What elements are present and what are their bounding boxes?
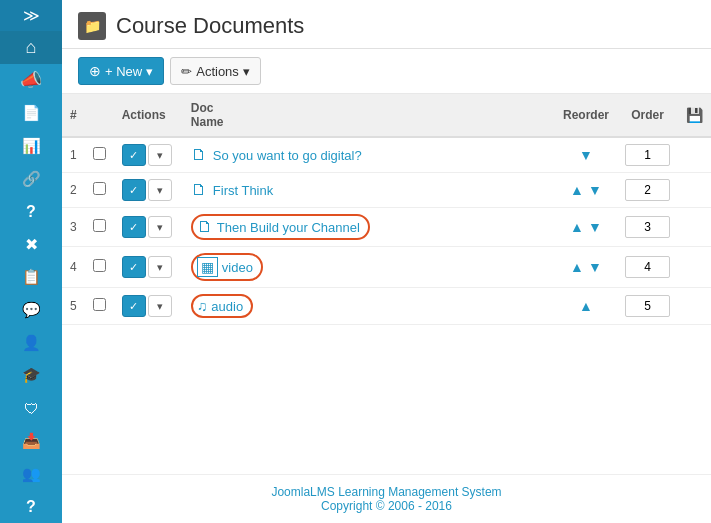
reorder-down-btn[interactable]: ▼ [586, 180, 604, 200]
doc-name-highlighted[interactable]: 🗋 Then Build your Channel [191, 214, 370, 240]
reorder-down-btn[interactable]: ▼ [577, 145, 595, 165]
action-check-btn[interactable]: ✓ [122, 216, 146, 238]
action-down-btn[interactable]: ▾ [148, 216, 172, 238]
sidebar-item-graduation[interactable]: 🎓 [0, 359, 62, 392]
action-down-btn[interactable]: ▾ [148, 144, 172, 166]
row-checkbox[interactable] [93, 259, 106, 272]
action-group: ✓ ▾ [122, 179, 175, 201]
reorder-up-btn[interactable]: ▲ [568, 217, 586, 237]
home-icon: ⌂ [26, 37, 37, 58]
plus-icon: ⊕ [89, 63, 101, 79]
doc-link[interactable]: First Think [213, 183, 273, 198]
row-actions-cell: ✓ ▾ [114, 288, 183, 325]
order-input[interactable] [625, 179, 670, 201]
reorder-down-btn[interactable]: ▼ [586, 257, 604, 277]
clipboard-icon: 📋 [22, 268, 41, 286]
action-group: ✓ ▾ [122, 144, 175, 166]
save-cell [678, 137, 711, 173]
footer-line1: JoomlaLMS Learning Management System [72, 485, 701, 499]
row-checkbox[interactable] [93, 298, 106, 311]
documents-table: # Actions Doc Name Reorder Order 💾 1 ✓ ▾ [62, 94, 711, 325]
order-cell [617, 208, 678, 247]
user-icon: 👤 [22, 334, 41, 352]
sidebar-item-chat[interactable]: 💬 [0, 293, 62, 326]
row-checkbox-cell [85, 173, 114, 208]
table-row: 1 ✓ ▾ 🗋 So you want to go digital? ▼ [62, 137, 711, 173]
sidebar-item-shield[interactable]: 🛡 [0, 392, 62, 425]
sidebar-item-documents[interactable]: 📄 [0, 97, 62, 130]
users-icon: 👥 [22, 465, 41, 483]
order-input[interactable] [625, 216, 670, 238]
col-num-header: # [62, 94, 85, 137]
save-cell [678, 247, 711, 288]
action-group: ✓ ▾ [122, 256, 175, 278]
inbox-icon: 📥 [22, 432, 41, 450]
doc-name-cell: ▦ video [183, 247, 555, 288]
action-down-btn[interactable]: ▾ [148, 256, 172, 278]
sidebar-item-charts[interactable]: 📊 [0, 130, 62, 163]
row-num: 2 [62, 173, 85, 208]
row-checkbox[interactable] [93, 182, 106, 195]
action-check-btn[interactable]: ✓ [122, 256, 146, 278]
row-checkbox-cell [85, 288, 114, 325]
sidebar-item-home[interactable]: ⌂ [0, 31, 62, 64]
megaphone-icon: 📣 [20, 69, 42, 91]
sidebar-item-announcements[interactable]: 📣 [0, 64, 62, 97]
sidebar-item-profile[interactable]: 👤 [0, 326, 62, 359]
reorder-cell: ▲ [555, 288, 617, 325]
action-check-btn[interactable]: ✓ [122, 144, 146, 166]
doc-name-cell: 🗋 Then Build your Channel [183, 208, 555, 247]
action-check-btn[interactable]: ✓ [122, 179, 146, 201]
new-button[interactable]: ⊕ + New ▾ [78, 57, 164, 85]
reorder-cell: ▼ [555, 137, 617, 173]
actions-dropdown-icon: ▾ [243, 64, 250, 79]
action-down-btn[interactable]: ▾ [148, 179, 172, 201]
page-header: 📁 Course Documents [62, 0, 711, 49]
table-row: 2 ✓ ▾ 🗋 First Think ▲▼ [62, 173, 711, 208]
action-check-btn[interactable]: ✓ [122, 295, 146, 317]
row-actions-cell: ✓ ▾ [114, 247, 183, 288]
sidebar-item-inbox[interactable]: 📥 [0, 425, 62, 458]
order-input[interactable] [625, 256, 670, 278]
page-title: Course Documents [116, 13, 304, 39]
reorder-up-btn[interactable]: ▲ [568, 257, 586, 277]
action-down-btn[interactable]: ▾ [148, 295, 172, 317]
doc-link[interactable]: Then Build your Channel [217, 220, 360, 235]
sidebar-item-notes[interactable]: 📋 [0, 261, 62, 294]
question2-icon: ? [26, 498, 36, 516]
reorder-up-btn[interactable]: ▲ [577, 296, 595, 316]
actions-label: Actions [196, 64, 239, 79]
col-spacer [231, 94, 554, 137]
sidebar-item-help2[interactable]: ? [0, 490, 62, 523]
sidebar: ≫ ⌂ 📣 📄 📊 🔗 ? ✖ 📋 💬 👤 🎓 🛡 📥 👥 ? [0, 0, 62, 523]
doc-name-container: 🗋 First Think [191, 181, 547, 199]
sidebar-collapse[interactable]: ≫ [0, 0, 62, 31]
doc-link[interactable]: video [222, 260, 253, 275]
reorder-up-btn[interactable]: ▲ [568, 180, 586, 200]
reorder-down-btn[interactable]: ▼ [586, 217, 604, 237]
folder-icon: 📁 [84, 18, 101, 34]
doc-name-highlighted[interactable]: ▦ video [191, 253, 263, 281]
actions-button[interactable]: ✏ Actions ▾ [170, 57, 261, 85]
sidebar-item-close[interactable]: ✖ [0, 228, 62, 261]
file-icon: 🗋 [191, 146, 207, 164]
order-input[interactable] [625, 144, 670, 166]
sidebar-item-users[interactable]: 👥 [0, 457, 62, 490]
col-save-header: 💾 [678, 94, 711, 137]
doc-link[interactable]: audio [211, 299, 243, 314]
order-cell [617, 173, 678, 208]
toolbar: ⊕ + New ▾ ✏ Actions ▾ [62, 49, 711, 94]
order-input[interactable] [625, 295, 670, 317]
row-checkbox[interactable] [93, 147, 106, 160]
table-row: 5 ✓ ▾ ♫ audio ▲ [62, 288, 711, 325]
row-checkbox[interactable] [93, 219, 106, 232]
sidebar-item-links[interactable]: 🔗 [0, 162, 62, 195]
video-icon: ▦ [197, 257, 218, 277]
link-icon: 🔗 [22, 170, 41, 188]
doc-name-highlighted[interactable]: ♫ audio [191, 294, 253, 318]
doc-link[interactable]: So you want to go digital? [213, 148, 362, 163]
chevron-icon: ≫ [23, 6, 40, 25]
new-label: + New [105, 64, 142, 79]
sidebar-item-help[interactable]: ? [0, 195, 62, 228]
col-check-header [85, 94, 114, 137]
